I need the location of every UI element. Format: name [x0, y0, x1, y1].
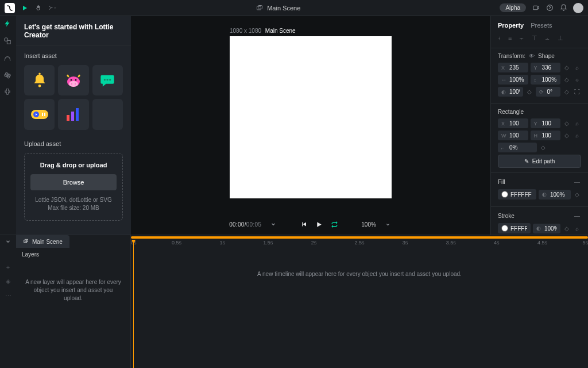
search-icon[interactable]: ⌕ [573, 120, 581, 128]
svg-rect-5 [7, 40, 10, 44]
timeline-tick: 4s [494, 240, 500, 246]
asset-cow[interactable] [58, 65, 88, 95]
bolt-icon[interactable] [3, 20, 13, 29]
bottom-panel: Main Scene + ◈ ⋯ Layers A new layer will… [0, 235, 588, 368]
align-bottom-icon[interactable]: ⊥ [558, 34, 563, 42]
asset-chart[interactable] [58, 99, 88, 129]
time-current: 00:00 [229, 221, 245, 228]
keyframe-icon[interactable]: ◇ [539, 144, 547, 152]
expand-icon[interactable]: ⛶ [573, 88, 581, 96]
tab-presets[interactable]: Presets [531, 22, 552, 29]
tool-rail [0, 16, 16, 235]
align-left-icon[interactable]: ⫞ [498, 34, 501, 42]
svg-rect-27 [24, 240, 27, 243]
fill-opacity-field[interactable]: ◐100% [539, 190, 571, 200]
rect-y-field[interactable]: Y100 [531, 118, 561, 128]
align-right-icon[interactable]: ⫟ [519, 34, 525, 42]
left-panel-title: Let's get started with Lottie Creator [16, 16, 131, 45]
upload-dropzone[interactable]: Drag & drop or upload Browse Lottie JSON… [24, 153, 123, 221]
asset-bell[interactable] [24, 65, 55, 95]
shapes-icon[interactable] [3, 37, 13, 46]
timeline-tick: 5s [582, 240, 588, 246]
scale-x-field[interactable]: ↔100% [498, 75, 528, 85]
chevron-down-icon[interactable] [4, 237, 12, 246]
timeline-empty-text: A new timeline will appear here for ever… [131, 248, 588, 368]
scene-tab[interactable]: Main Scene [16, 235, 69, 248]
tab-property[interactable]: Property [498, 22, 524, 29]
loop-icon[interactable] [331, 221, 338, 228]
atom-icon[interactable] [3, 71, 13, 80]
keyframe-icon[interactable]: ◇ [563, 64, 571, 72]
shield-icon[interactable]: ◈ [6, 278, 10, 285]
canvas-scene-name: Main Scene [265, 28, 296, 34]
add-icon[interactable]: + [6, 264, 10, 271]
hand-icon[interactable] [34, 4, 42, 12]
chevron-down-icon[interactable] [269, 220, 277, 228]
timeline-playhead[interactable] [133, 240, 134, 368]
keyframe-icon[interactable]: ◇ [563, 120, 571, 128]
pos-x-field[interactable]: X235 [498, 63, 528, 72]
video-icon[interactable] [532, 4, 540, 12]
scene-icon [256, 4, 264, 12]
pos-y-field[interactable]: Y336 [531, 63, 561, 72]
upload-hint2: Max file size: 20 MB [30, 204, 117, 212]
timeline[interactable]: 0s0.5s1s1.5s2s2.5s3s3.5s4s4.5s5s A new t… [131, 235, 588, 368]
asset-chat[interactable] [92, 65, 123, 95]
avatar[interactable] [573, 3, 583, 13]
zoom-chevron-icon[interactable] [384, 220, 392, 228]
canvas-dimensions: 1080 x 1080 [230, 28, 261, 34]
align-hcenter-icon[interactable]: ≡ [508, 34, 512, 42]
fill-color-field[interactable]: FFFFFF [498, 189, 536, 200]
plugin-icon[interactable] [3, 89, 13, 98]
svg-point-19 [109, 79, 111, 80]
minus-icon[interactable]: — [573, 178, 581, 186]
search-icon[interactable]: ⌕ [573, 132, 581, 140]
opacity-field[interactable]: ◐100% [498, 87, 523, 97]
timeline-ruler[interactable]: 0s0.5s1s1.5s2s2.5s3s3.5s4s4.5s5s [131, 240, 588, 248]
keyframe-icon[interactable]: ◇ [563, 88, 571, 96]
help-icon[interactable] [546, 4, 554, 12]
link-icon[interactable]: ⟐ [573, 76, 581, 84]
upload-hint1: Lottie JSON, dotLottie or SVG [30, 196, 117, 204]
align-top-icon[interactable]: ⊤ [532, 34, 537, 42]
timeline-range-handle[interactable] [131, 236, 588, 239]
scale-y-field[interactable]: ↕100% [531, 75, 561, 85]
bell-icon[interactable] [559, 4, 567, 12]
minus-icon[interactable]: — [573, 212, 581, 220]
more-icon[interactable]: ⋯ [5, 292, 11, 300]
svg-point-6 [7, 75, 8, 76]
timeline-tick: 0.5s [172, 240, 181, 246]
stroke-opacity-field[interactable]: ◐100% [533, 224, 560, 233]
tag-dropdown-icon[interactable] [48, 4, 56, 12]
asset-empty[interactable] [92, 99, 123, 129]
keyframe-icon[interactable]: ◇ [563, 224, 571, 232]
keyframe-icon[interactable]: ◇ [573, 190, 581, 198]
rotation-field[interactable]: ⟳0° [536, 87, 561, 97]
rectangle-label: Rectangle [498, 109, 581, 115]
scene-title: Main Scene [267, 5, 300, 12]
search-icon[interactable]: ⌕ [573, 64, 581, 72]
asset-toggle[interactable] [24, 99, 55, 129]
pen-icon[interactable] [3, 54, 13, 63]
skip-start-icon[interactable] [300, 221, 307, 228]
app-logo[interactable] [5, 3, 15, 13]
canvas[interactable] [230, 36, 392, 198]
rect-h-field[interactable]: H100 [531, 131, 561, 140]
search-icon[interactable]: ⌕ [573, 224, 581, 232]
align-vcenter-icon[interactable]: ⫠ [544, 34, 551, 42]
stroke-color-field[interactable]: FFFFFF [498, 223, 531, 233]
zoom-level[interactable]: 100% [361, 221, 376, 228]
edit-path-button[interactable]: ✎Edit path [498, 155, 581, 168]
rect-w-field[interactable]: W100 [498, 131, 528, 140]
rect-x-field[interactable]: X100 [498, 118, 528, 128]
keyframe-icon[interactable]: ◇ [525, 88, 533, 96]
rect-radius-field[interactable]: ⌐0% [498, 143, 537, 152]
keyframe-icon[interactable]: ◇ [563, 76, 571, 84]
play-icon[interactable] [21, 4, 29, 12]
svg-point-15 [71, 83, 72, 85]
keyframe-icon[interactable]: ◇ [563, 132, 571, 140]
svg-point-18 [107, 79, 109, 80]
svg-point-13 [70, 79, 72, 80]
browse-button[interactable]: Browse [30, 174, 117, 190]
play-button-icon[interactable] [315, 221, 323, 228]
